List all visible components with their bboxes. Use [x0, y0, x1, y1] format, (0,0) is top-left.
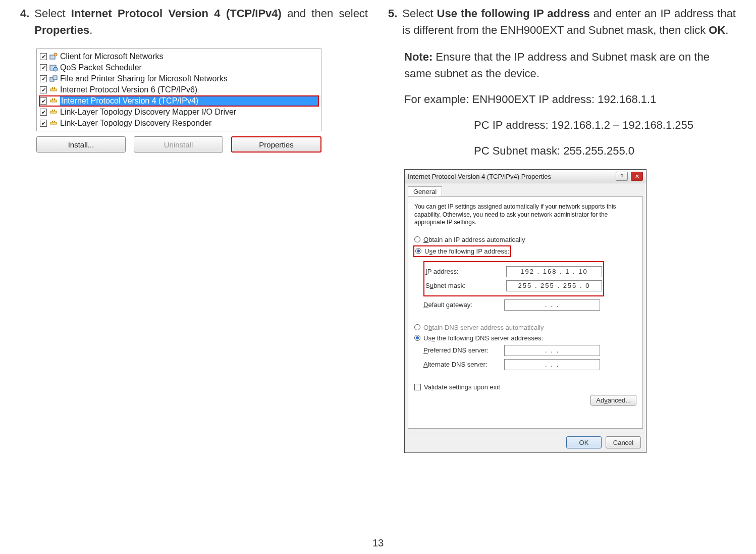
close-button[interactable]: ✕ — [631, 172, 643, 181]
tab-strip: General — [405, 183, 646, 196]
tab-general[interactable]: General — [408, 186, 442, 196]
subnet-mask-label: Subnet mask: — [425, 282, 506, 289]
list-item-label: Internet Protocol Version 6 (TCP/IPv6) — [60, 85, 318, 94]
radio-obtain-dns-row: Obtain DNS server address automatically — [414, 324, 636, 331]
pc-subnet-line: PC Subnet mask: 255.255.255.0 — [474, 142, 736, 159]
svg-rect-7 — [52, 87, 53, 89]
default-gateway-input[interactable]: . . . — [504, 299, 600, 311]
svg-rect-11 — [54, 98, 55, 100]
preferred-dns-label: Preferred DNS server: — [423, 346, 504, 354]
ip-address-input[interactable]: 192 . 168 . 1 . 10 — [506, 266, 602, 277]
install-button[interactable]: Install... — [36, 136, 126, 153]
radio-use-ip-row[interactable]: Use the following IP address: — [414, 246, 510, 256]
list-item-label: QoS Packet Scheduler — [60, 63, 318, 72]
pc-ip-line: PC IP address: 192.168.1.2 – 192.168.1.2… — [474, 117, 736, 133]
dns-radio-group: Obtain DNS server address automatically … — [414, 322, 636, 375]
svg-rect-5 — [53, 76, 57, 80]
left-column: 4. Select Internet Protocol Version 4 (T… — [20, 5, 368, 453]
dialog-title: Internet Protocol Version 4 (TCP/IPv4) P… — [408, 173, 613, 180]
radio-use-dns-label: Use the following DNS server addresses: — [423, 334, 543, 342]
dialog-titlebar[interactable]: Internet Protocol Version 4 (TCP/IPv4) P… — [405, 170, 646, 183]
validate-label: Validate settings upon exit — [424, 383, 500, 391]
svg-rect-13 — [52, 110, 53, 111]
alternate-dns-label: Alternate DNS server: — [423, 361, 504, 368]
uninstall-button[interactable]: Uninstall — [134, 136, 223, 153]
alternate-dns-input[interactable]: . . . — [504, 359, 600, 370]
svg-rect-14 — [54, 110, 55, 111]
right-column: 5. Select Use the following IP address a… — [388, 5, 736, 453]
ok-button[interactable]: OK — [566, 436, 602, 448]
dialog-footer: OK Cancel — [405, 432, 646, 452]
svg-rect-9 — [50, 100, 57, 102]
list-item-label: Client for Microsoft Networks — [60, 52, 318, 61]
svg-point-3 — [53, 67, 58, 71]
radio-use-ip[interactable] — [415, 248, 421, 254]
list-item-label: File and Printer Sharing for Microsoft N… — [60, 74, 318, 83]
svg-rect-8 — [54, 87, 55, 89]
help-button[interactable]: ? — [616, 172, 628, 181]
step-4-text: Select Internet Protocol Version 4 (TCP/… — [34, 5, 368, 38]
list-item-checkbox[interactable] — [40, 109, 47, 116]
subnet-mask-input[interactable]: 255 . 255 . 255 . 0 — [506, 280, 602, 291]
svg-rect-15 — [50, 122, 57, 124]
step-5-number: 5. — [388, 5, 397, 38]
list-item-checkbox[interactable] — [40, 120, 47, 127]
validate-row[interactable]: Validate settings upon exit — [414, 383, 636, 391]
svg-rect-17 — [54, 121, 55, 122]
page-number: 13 — [372, 537, 384, 549]
radio-obtain-ip-label: Obtain an IP address automatically — [423, 236, 525, 243]
list-item-checkbox[interactable] — [40, 75, 47, 82]
radio-obtain-dns-label: Obtain DNS server address automatically — [423, 324, 544, 331]
note-block: Note: Ensure that the IP address and Sub… — [404, 48, 736, 82]
radio-obtain-ip-row[interactable]: Obtain an IP address automatically — [414, 236, 636, 243]
radio-use-ip-label: Use the following IP address: — [424, 247, 509, 255]
list-item[interactable]: Internet Protocol Version 4 (TCP/IPv4) — [39, 95, 319, 107]
list-item-checkbox[interactable] — [40, 64, 47, 71]
svg-rect-6 — [50, 89, 57, 91]
radio-obtain-ip[interactable] — [414, 236, 420, 242]
qos-icon — [49, 63, 58, 72]
network-components-listbox[interactable]: Client for Microsoft NetworksQoS Packet … — [36, 48, 321, 131]
list-item[interactable]: Link-Layer Topology Discovery Responder — [39, 118, 319, 129]
fps-icon — [49, 74, 58, 83]
radio-obtain-dns — [414, 324, 420, 330]
ip-radio-group: Obtain an IP address automatically Use t… — [414, 234, 636, 316]
default-gateway-label: Default gateway: — [423, 301, 504, 309]
list-item[interactable]: QoS Packet Scheduler — [39, 62, 319, 73]
client-icon — [49, 52, 58, 61]
step-4-number: 4. — [20, 5, 29, 38]
example-line: For example: ENH900EXT IP address: 192.1… — [404, 91, 736, 108]
dialog-description: You can get IP settings assigned automat… — [414, 203, 636, 227]
advanced-button[interactable]: Advanced... — [590, 395, 636, 406]
list-item-checkbox[interactable] — [40, 97, 47, 105]
svg-rect-16 — [52, 121, 53, 122]
svg-point-1 — [54, 53, 57, 56]
list-item-label: Link-Layer Topology Discovery Responder — [60, 119, 318, 128]
ip-address-label: IP address: — [425, 268, 506, 275]
list-item-checkbox[interactable] — [40, 86, 47, 93]
properties-button[interactable]: Properties — [231, 136, 321, 153]
step-5: 5. Select Use the following IP address a… — [388, 5, 736, 38]
svg-rect-12 — [50, 111, 57, 113]
list-item[interactable]: File and Printer Sharing for Microsoft N… — [39, 73, 319, 84]
svg-rect-10 — [52, 98, 53, 100]
list-item[interactable]: Link-Layer Topology Discovery Mapper I/O… — [39, 107, 319, 118]
proto-icon — [49, 119, 58, 128]
validate-checkbox[interactable] — [414, 384, 421, 390]
preferred-dns-input[interactable]: . . . — [504, 345, 600, 356]
proto-icon — [49, 96, 58, 106]
radio-use-dns[interactable] — [414, 335, 420, 341]
list-item[interactable]: Client for Microsoft Networks — [39, 51, 319, 62]
proto-icon — [49, 85, 58, 94]
list-item-label: Link-Layer Topology Discovery Mapper I/O… — [60, 108, 318, 117]
tab-panel-general: You can get IP settings assigned automat… — [408, 196, 643, 429]
list-item[interactable]: Internet Protocol Version 6 (TCP/IPv6) — [39, 84, 319, 95]
ipv4-properties-dialog: Internet Protocol Version 4 (TCP/IPv4) P… — [404, 169, 646, 453]
listbox-button-row: Install... Uninstall Properties — [36, 136, 321, 153]
list-item-checkbox[interactable] — [40, 53, 47, 60]
step-4: 4. Select Internet Protocol Version 4 (T… — [20, 5, 368, 38]
list-item-label: Internet Protocol Version 4 (TCP/IPv4) — [60, 96, 318, 106]
proto-icon — [49, 108, 58, 117]
radio-use-dns-row[interactable]: Use the following DNS server addresses: — [414, 334, 636, 342]
cancel-button[interactable]: Cancel — [606, 436, 641, 448]
